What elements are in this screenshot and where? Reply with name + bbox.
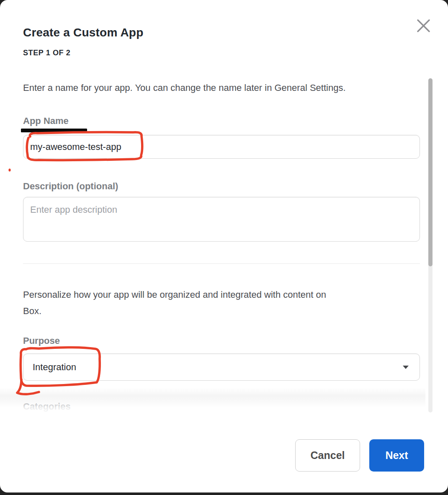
close-icon	[417, 19, 430, 33]
cancel-button[interactable]: Cancel	[295, 439, 360, 472]
description-label: Description (optional)	[23, 180, 118, 193]
description-textarea[interactable]	[23, 197, 420, 242]
categories-label: Categories	[23, 400, 71, 413]
personalize-text: Personalize how your app will be organiz…	[23, 286, 421, 319]
section-divider	[23, 263, 420, 264]
next-button[interactable]: Next	[369, 439, 424, 472]
personalize-line-1: Personalize how your app will be organiz…	[23, 289, 326, 300]
app-name-input[interactable]	[23, 135, 420, 159]
intro-text: Enter a name for your app. You can chang…	[23, 81, 421, 95]
app-name-label: App Name	[23, 115, 69, 127]
close-button[interactable]	[414, 16, 433, 35]
purpose-label: Purpose	[23, 335, 60, 347]
step-indicator: STEP 1 OF 2	[23, 48, 70, 58]
page-title: Create a Custom App	[23, 25, 143, 40]
create-custom-app-modal: Create a Custom App STEP 1 OF 2 Enter a …	[0, 0, 448, 492]
purpose-select[interactable]: Integration	[23, 353, 420, 381]
chevron-down-icon	[403, 366, 409, 369]
purpose-selected-value: Integration	[33, 362, 403, 373]
personalize-line-2: Box.	[23, 306, 41, 316]
scrollbar-thumb[interactable]	[428, 78, 433, 266]
